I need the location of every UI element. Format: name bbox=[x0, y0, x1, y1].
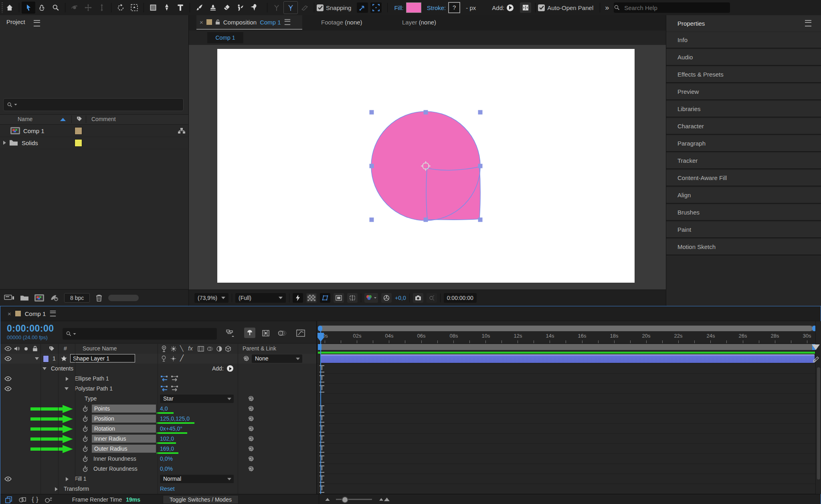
channels-icon[interactable] bbox=[364, 293, 378, 303]
composition-flowchart-icon[interactable] bbox=[226, 329, 235, 337]
expand-in-out-panes-icon[interactable]: { } bbox=[32, 496, 39, 504]
viewer-menu-icon[interactable] bbox=[284, 19, 290, 25]
fx-column-icon[interactable]: fx bbox=[188, 345, 193, 352]
panel-item-effects-presets[interactable]: Effects & Presets bbox=[666, 67, 821, 83]
stopwatch-icon[interactable] bbox=[82, 445, 89, 452]
project-settings-icon[interactable] bbox=[50, 294, 59, 302]
rotation-tool-icon[interactable] bbox=[114, 2, 127, 14]
project-item-solids[interactable]: Solids bbox=[0, 137, 188, 149]
pickwhip-icon[interactable] bbox=[247, 466, 254, 472]
magnification-dropdown[interactable]: (73,9%) bbox=[194, 293, 229, 303]
collapse-switch-icon[interactable] bbox=[170, 356, 176, 362]
camera-region-tool-icon[interactable] bbox=[127, 2, 141, 14]
expand-layer-switches-icon[interactable] bbox=[4, 496, 13, 504]
property-value[interactable]: 4,0 bbox=[160, 405, 168, 412]
sort-ascending-icon[interactable] bbox=[60, 118, 66, 121]
exposure-icon[interactable] bbox=[381, 293, 392, 303]
properties-panel-header[interactable]: Properties bbox=[666, 15, 821, 31]
orbit-camera-tool-icon[interactable] bbox=[68, 2, 81, 14]
outer-radius-property-row[interactable]: Outer Radius 169,0 bbox=[0, 444, 316, 454]
property-value[interactable]: 102,0 bbox=[160, 435, 174, 442]
item-name[interactable]: Solids bbox=[22, 140, 38, 146]
video-column-eye-icon[interactable] bbox=[4, 346, 12, 351]
tab-composition[interactable]: × Composition Comp 1 bbox=[196, 15, 302, 30]
panel-item-info[interactable]: Info bbox=[666, 32, 821, 49]
stopwatch-icon[interactable] bbox=[82, 405, 89, 412]
collapse-chevron-icon[interactable] bbox=[65, 387, 69, 390]
panel-item-content-aware-fill[interactable]: Content-Aware Fill bbox=[666, 170, 821, 186]
search-help-input[interactable] bbox=[623, 4, 713, 12]
pickwhip-icon[interactable] bbox=[247, 445, 254, 452]
panel-item-motion-sketch[interactable]: Motion Sketch bbox=[666, 239, 821, 255]
index-column[interactable]: # bbox=[64, 345, 67, 352]
time-navigator-track[interactable] bbox=[318, 326, 817, 331]
adjustment-column-icon[interactable] bbox=[216, 346, 222, 352]
property-label[interactable]: Inner Roundness bbox=[93, 455, 136, 462]
expand-chevron-icon[interactable] bbox=[55, 487, 58, 491]
stopwatch-icon[interactable] bbox=[82, 466, 89, 472]
horizontal-scrollbar[interactable] bbox=[108, 295, 139, 301]
show-snapshot-icon[interactable] bbox=[427, 293, 437, 303]
snapping-checkbox[interactable] bbox=[317, 4, 324, 11]
layer-row-shape-layer-1[interactable]: 1 Shape Layer 1 ╱ None bbox=[0, 354, 316, 364]
work-area-bar[interactable] bbox=[318, 344, 816, 350]
zoom-tool-icon[interactable] bbox=[49, 2, 63, 14]
timeline-zoom-slider[interactable] bbox=[336, 499, 372, 500]
source-name-column[interactable]: Source Name bbox=[83, 345, 117, 352]
property-label[interactable]: Inner Radius bbox=[92, 435, 156, 443]
pickwhip-icon[interactable] bbox=[247, 455, 254, 462]
project-item-comp1[interactable]: Comp 1 bbox=[0, 125, 188, 137]
stopwatch-icon[interactable] bbox=[82, 425, 89, 432]
property-value[interactable]: 125,0,125,0 bbox=[160, 415, 190, 422]
zoom-in-mountains-icon[interactable] bbox=[378, 498, 390, 501]
property-label[interactable]: Points bbox=[92, 405, 156, 413]
parent-dropdown[interactable]: None bbox=[252, 354, 302, 363]
inner-roundness-property-row[interactable]: Inner Roundness 0,0% bbox=[0, 454, 316, 464]
property-value[interactable]: 0x+45,0° bbox=[160, 425, 182, 432]
snapshot-icon[interactable] bbox=[413, 293, 423, 303]
layer-name-field[interactable]: Shape Layer 1 bbox=[70, 354, 135, 362]
item-label-swatch[interactable] bbox=[75, 127, 82, 135]
zoom-slider-knob[interactable] bbox=[342, 496, 348, 503]
parent-pickwhip-icon[interactable] bbox=[243, 355, 249, 362]
item-name[interactable]: Comp 1 bbox=[23, 128, 44, 134]
timeline-tab-label[interactable]: Comp 1 bbox=[25, 310, 46, 317]
eye-icon[interactable] bbox=[4, 356, 12, 361]
properties-menu-icon[interactable] bbox=[805, 20, 811, 26]
panel-item-paragraph[interactable]: Paragraph bbox=[666, 136, 821, 152]
viewer-canvas[interactable] bbox=[189, 45, 666, 289]
path-direction-reverse-icon[interactable] bbox=[160, 375, 169, 383]
fill-label[interactable]: Fill: bbox=[394, 4, 403, 11]
search-help-box[interactable] bbox=[614, 2, 730, 13]
stopwatch-icon[interactable] bbox=[82, 435, 89, 442]
shape-layer-artwork[interactable] bbox=[217, 49, 635, 283]
eye-icon[interactable] bbox=[4, 386, 12, 391]
frame-blend-column-icon[interactable] bbox=[198, 346, 204, 352]
render-time-pane-icon[interactable] bbox=[44, 496, 54, 503]
fill-color-swatch[interactable] bbox=[406, 2, 421, 13]
time-ruler[interactable]: 0s 02s 04s 06s 08s 10s 12s 14s 16s 18s 2… bbox=[317, 332, 817, 344]
fill-row[interactable]: Fill 1 Normal bbox=[0, 474, 316, 484]
trash-icon[interactable] bbox=[95, 294, 103, 302]
timeline-menu-icon[interactable] bbox=[50, 311, 56, 316]
current-time-display[interactable]: 0:00:00:00 bbox=[7, 323, 54, 334]
ellipse-path-row[interactable]: Ellipse Path 1 bbox=[0, 374, 316, 384]
new-folder-icon[interactable] bbox=[20, 294, 29, 301]
interpret-footage-icon[interactable] bbox=[4, 294, 14, 302]
panel-item-preview[interactable]: Preview bbox=[666, 84, 821, 100]
hand-tool-icon[interactable] bbox=[35, 2, 49, 14]
threed-column-icon[interactable] bbox=[225, 346, 231, 352]
type-dropdown[interactable]: Star bbox=[160, 395, 234, 403]
add-play-icon[interactable] bbox=[507, 4, 514, 11]
close-icon[interactable]: × bbox=[8, 310, 11, 317]
type-tool-icon[interactable] bbox=[174, 2, 187, 14]
axis-local-icon[interactable] bbox=[270, 2, 283, 14]
property-label[interactable]: Outer Roundness bbox=[93, 466, 138, 472]
panel-item-audio[interactable]: Audio bbox=[666, 49, 821, 66]
parent-link-column[interactable]: Parent & Link bbox=[243, 345, 276, 352]
stroke-label[interactable]: Stroke: bbox=[427, 4, 446, 11]
panel-item-character[interactable]: Character bbox=[666, 118, 821, 135]
path-direction-forward-icon[interactable] bbox=[170, 385, 179, 393]
polystar-path-row[interactable]: Polystar Path 1 bbox=[0, 384, 316, 394]
property-label[interactable]: Position bbox=[92, 415, 156, 423]
